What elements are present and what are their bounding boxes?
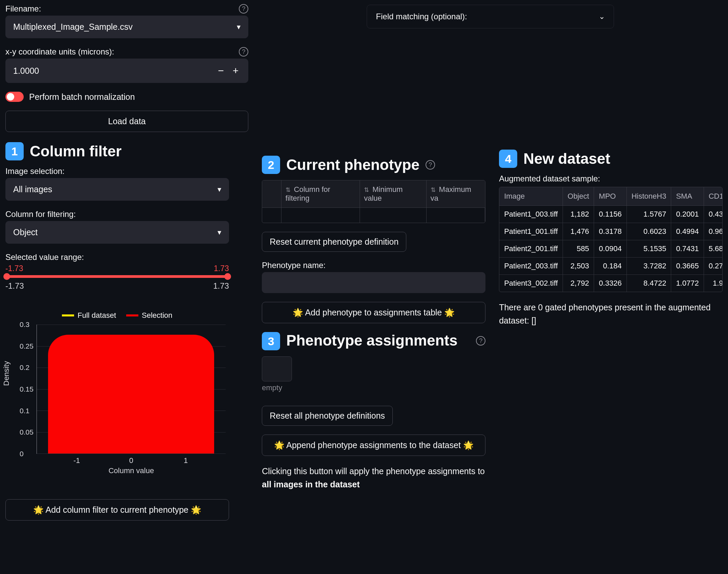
phenotype-name-input[interactable] (262, 272, 485, 293)
chevron-down-icon: ▾ (218, 185, 221, 194)
table-header[interactable]: CD16 (704, 187, 723, 206)
append-assignments-button[interactable]: 🌟 Append phenotype assignments to the da… (262, 435, 485, 456)
section-1-title: Column filter (30, 143, 121, 160)
chart-ylabel: Density (2, 361, 11, 386)
table-row[interactable]: Patient1_001.tiff1,4760.31780.60230.4994… (499, 223, 723, 240)
max-header: Maximum va (431, 185, 471, 202)
reset-current-button[interactable]: Reset current phenotype definition (262, 232, 406, 252)
min-header: Minimum value (364, 185, 403, 202)
chart-plot-area: -101 Column value (37, 325, 226, 454)
table-header[interactable]: SMA (671, 187, 704, 206)
chevron-down-icon: ▾ (237, 23, 241, 31)
batch-norm-toggle[interactable] (5, 92, 24, 102)
density-chart: Full dataset Selection Density 00.050.10… (5, 311, 229, 476)
table-header[interactable]: MPO (594, 187, 627, 206)
add-column-filter-button[interactable]: 🌟 Add column filter to current phenotype… (5, 499, 229, 521)
legend-selection: Selection (142, 311, 173, 320)
units-label: x-y coordinate units (microns): (5, 47, 114, 57)
current-phenotype-table[interactable]: ⇅Column for filtering ⇅Minimum value ⇅Ma… (262, 180, 485, 223)
range-label: Selected value range: (5, 252, 84, 262)
table-header[interactable]: HistoneH3 (627, 187, 671, 206)
assignments-empty-caption: empty (262, 383, 485, 392)
sort-icon: ⇅ (431, 186, 436, 193)
section-3-title: Phenotype assignments (286, 332, 457, 349)
section-3-badge: 3 (262, 332, 280, 350)
table-header[interactable]: Object (563, 187, 594, 206)
section-4-badge: 4 (499, 150, 517, 168)
col-filter-header: Column for filtering (286, 185, 331, 202)
range-min: -1.73 (5, 281, 24, 291)
image-selection-label: Image selection: (5, 167, 65, 176)
units-input[interactable]: 1.0000 − + (5, 59, 248, 83)
field-matching-label: Field matching (optional): (376, 12, 467, 21)
chevron-down-icon: ▾ (218, 228, 221, 237)
table-row[interactable]: Patient3_002.tiff2,7920.33268.47221.0772… (499, 275, 723, 292)
sample-label: Augmented dataset sample: (499, 174, 723, 183)
table-row[interactable]: Patient2_003.tiff2,5030.1843.72820.36650… (499, 258, 723, 275)
filter-column-select[interactable]: Object ▾ (5, 221, 229, 244)
help-icon[interactable]: ? (239, 4, 248, 14)
phenotype-name-label: Phenotype name: (262, 261, 325, 270)
batch-norm-label: Perform batch normalization (29, 92, 135, 102)
section-1-badge: 1 (5, 142, 24, 160)
filter-column-label: Column for filtering: (5, 209, 76, 219)
append-hint: Clicking this button will apply the phen… (262, 465, 485, 491)
plus-icon[interactable]: + (233, 65, 239, 76)
range-slider[interactable]: -1.73 1.73 -1.73 1.73 (5, 264, 229, 291)
section-4-title: New dataset (523, 150, 610, 167)
assignments-empty-box[interactable] (262, 356, 292, 381)
image-selection-value: All images (13, 184, 52, 194)
range-max: 1.73 (213, 281, 229, 291)
chart-selection-area (48, 335, 214, 454)
filename-label: Filename: (5, 4, 41, 14)
sort-icon: ⇅ (286, 186, 291, 193)
help-icon[interactable]: ? (239, 47, 248, 57)
load-data-button[interactable]: Load data (5, 111, 248, 132)
filename-value: Multiplexed_Image_Sample.csv (13, 22, 133, 32)
table-header[interactable]: Image (499, 187, 563, 206)
section-2-badge: 2 (262, 156, 280, 174)
filter-column-value: Object (13, 227, 38, 237)
table-row[interactable]: Patient1_003.tiff1,1820.11561.57670.2001… (499, 206, 723, 223)
augmented-dataset-table[interactable]: ImageObjectMPOHistoneH3SMACD16CPatient1_… (499, 187, 723, 292)
gated-phenotypes-line: There are 0 gated phenotypes present in … (499, 301, 723, 327)
legend-full: Full dataset (77, 311, 116, 320)
filename-select[interactable]: Multiplexed_Image_Sample.csv ▾ (5, 16, 248, 38)
chart-xlabel: Column value (109, 466, 154, 475)
units-value: 1.0000 (13, 66, 218, 76)
range-lo: -1.73 (5, 264, 23, 273)
minus-icon[interactable]: − (218, 65, 224, 76)
range-hi: 1.73 (214, 264, 229, 273)
image-selection-select[interactable]: All images ▾ (5, 178, 229, 201)
section-2-title: Current phenotype (286, 156, 419, 173)
help-icon[interactable]: ? (426, 160, 435, 170)
help-icon[interactable]: ? (476, 336, 485, 346)
add-phenotype-button[interactable]: 🌟 Add phenotype to assignments table 🌟 (262, 302, 485, 323)
sort-icon: ⇅ (364, 186, 369, 193)
table-row[interactable]: Patient2_001.tiff5850.09045.15350.74315.… (499, 240, 723, 258)
reset-all-button[interactable]: Reset all phenotype definitions (262, 406, 393, 426)
